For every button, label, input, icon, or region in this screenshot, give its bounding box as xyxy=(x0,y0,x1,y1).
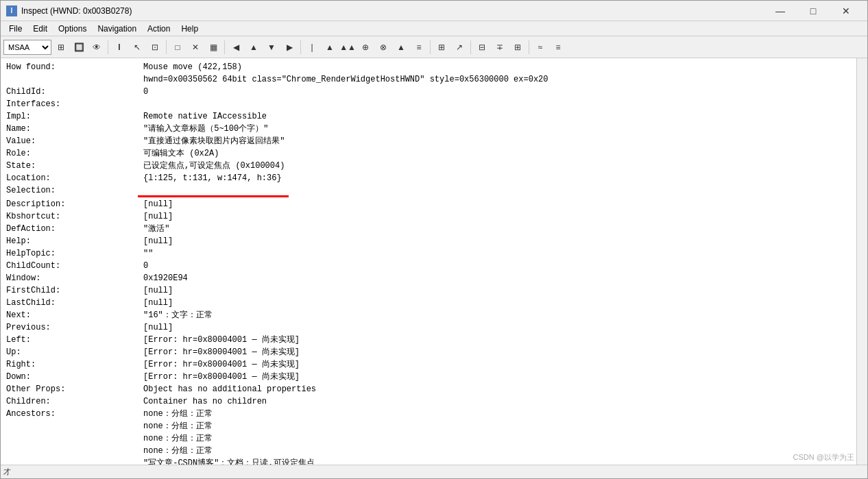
close-button[interactable]: ✕ xyxy=(830,1,862,21)
toolbar-btn-bold[interactable]: I xyxy=(111,40,128,55)
prop-row: State:已设定焦点,可设定焦点 (0x100004) xyxy=(1,160,856,172)
prop-label: Description: xyxy=(6,199,143,210)
prop-row: DefAction:"激活" xyxy=(1,223,856,235)
menu-edit[interactable]: Edit xyxy=(27,23,53,35)
prop-label xyxy=(6,433,143,444)
main-window: I Inspect (HWND: 0x003B0278) — □ ✕ File … xyxy=(0,0,868,479)
toolbar-btn-5[interactable]: ⊡ xyxy=(147,40,163,55)
menu-help[interactable]: Help xyxy=(176,23,204,35)
prop-value: 0 xyxy=(143,260,851,271)
menu-action[interactable]: Action xyxy=(142,23,176,35)
prop-label: Selection: xyxy=(6,185,143,196)
prop-row: Help:[null] xyxy=(1,235,856,247)
toolbar-btn-10[interactable]: ▲ xyxy=(322,40,338,55)
prop-row: Interfaces: xyxy=(1,98,856,110)
prop-label: Right: xyxy=(6,359,143,370)
prop-row: Ancestors:none：分组：正常 xyxy=(1,408,856,420)
prop-label: HelpTopic: xyxy=(6,248,143,259)
prop-label xyxy=(6,421,143,432)
scrollbar[interactable] xyxy=(856,58,867,465)
toolbar-btn-15[interactable]: ≡ xyxy=(411,40,427,55)
prop-label: Name: xyxy=(6,123,143,134)
prop-value: {l:125, t:131, w:1474, h:36} xyxy=(143,173,851,184)
prop-label xyxy=(6,458,143,465)
toolbar-btn-up[interactable]: ▲ xyxy=(245,40,262,55)
prop-label: Kbshortcut: xyxy=(6,211,143,222)
prop-value: 0x1920E94 xyxy=(143,273,851,284)
prop-value: [null] xyxy=(143,297,851,308)
toolbar-btn-3[interactable]: 👁 xyxy=(88,40,105,55)
sep-3 xyxy=(224,40,225,54)
toolbar-btn-1[interactable]: ⊞ xyxy=(53,40,69,55)
prop-value: [Error: hr=0x80004001 — 尚未实现] xyxy=(143,371,851,382)
prop-label: Impl: xyxy=(6,111,143,122)
prop-row: none：分组：正常 xyxy=(1,420,856,432)
prop-value: [null] xyxy=(143,322,851,333)
toolbar-btn-7[interactable]: ✕ xyxy=(187,40,204,55)
prop-row: Other Props:Object has no additional pro… xyxy=(1,383,856,395)
prop-label: Up: xyxy=(6,347,143,358)
menu-navigation[interactable]: Navigation xyxy=(92,23,142,35)
menu-options[interactable]: Options xyxy=(53,23,92,35)
prop-value xyxy=(143,185,851,196)
properties-panel[interactable]: How found:Mouse move (422,158)hwnd=0x003… xyxy=(1,58,856,465)
prop-label: DefAction: xyxy=(6,223,143,234)
toolbar-btn-right[interactable]: ▶ xyxy=(281,40,298,55)
prop-value: none：分组：正常 xyxy=(143,433,851,444)
prop-value xyxy=(143,99,851,110)
toolbar-btn-down[interactable]: ▼ xyxy=(263,40,280,55)
prop-value: [Error: hr=0x80004001 — 尚未实现] xyxy=(143,334,851,345)
toolbar-btn-11[interactable]: ▲▲ xyxy=(339,40,356,55)
prop-label: Value: xyxy=(6,136,143,147)
prop-label: Other Props: xyxy=(6,384,143,395)
title-bar: I Inspect (HWND: 0x003B0278) — □ ✕ xyxy=(1,1,867,21)
toolbar-btn-14[interactable]: ▲ xyxy=(393,40,409,55)
toolbar-btn-12[interactable]: ⊕ xyxy=(357,40,374,55)
toolbar-btn-8[interactable]: ▦ xyxy=(205,40,221,55)
toolbar-btn-cursor[interactable]: ↖ xyxy=(129,40,145,55)
app-icon: I xyxy=(6,5,17,16)
toolbar-btn-19[interactable]: ∓ xyxy=(492,40,508,55)
prop-value: hwnd=0x00350562 64bit class="Chrome_Rend… xyxy=(143,74,851,85)
watermark: CSDN @以学为王 xyxy=(793,452,854,463)
prop-value: [null] xyxy=(143,236,851,247)
maximize-button[interactable]: □ xyxy=(797,1,829,21)
prop-row: Down:[Error: hr=0x80004001 — 尚未实现] xyxy=(1,371,856,383)
prop-row: Name:"请输入文章标题（5~100个字）" xyxy=(1,123,856,135)
toolbar-btn-left[interactable]: ◀ xyxy=(228,40,244,55)
prop-label: Next: xyxy=(6,310,143,321)
prop-value: "直接通过像素块取图片内容返回结果" xyxy=(143,136,851,147)
toolbar: MSAA UIA ⊞ 🔲 👁 I ↖ ⊡ □ ✕ ▦ ◀ ▲ ▼ ▶ | ▲ ▲… xyxy=(1,36,867,58)
toolbar-btn-22[interactable]: ≡ xyxy=(550,40,566,55)
menu-file[interactable]: File xyxy=(3,23,27,35)
prop-row: Left:[Error: hr=0x80004001 — 尚未实现] xyxy=(1,334,856,346)
toolbar-btn-9[interactable]: | xyxy=(304,40,320,55)
toolbar-btn-20[interactable]: ⊞ xyxy=(509,40,526,55)
prop-label: ChildCount: xyxy=(6,260,143,271)
prop-row: Next:"16"：文字：正常 xyxy=(1,309,856,321)
sep-7 xyxy=(529,40,529,54)
prop-row: Right:[Error: hr=0x80004001 — 尚未实现] xyxy=(1,358,856,371)
content-area: How found:Mouse move (422,158)hwnd=0x003… xyxy=(1,58,867,465)
toolbar-btn-13[interactable]: ⊗ xyxy=(375,40,391,55)
prop-row: Window:0x1920E94 xyxy=(1,272,856,284)
toolbar-btn-17[interactable]: ↗ xyxy=(451,40,468,55)
prop-row: HelpTopic:"" xyxy=(1,247,856,260)
toolbar-btn-18[interactable]: ⊟ xyxy=(474,40,490,55)
msaa-combo[interactable]: MSAA UIA xyxy=(3,40,51,55)
toolbar-btn-6[interactable]: □ xyxy=(169,40,186,55)
toolbar-btn-21[interactable]: ≈ xyxy=(532,40,548,55)
prop-value: none：分组：正常 xyxy=(143,408,851,419)
window-controls: — □ ✕ xyxy=(764,1,862,21)
prop-row: Kbshortcut:[null] xyxy=(1,210,856,223)
prop-label: Help: xyxy=(6,236,143,247)
status-bar: 才 xyxy=(1,465,867,478)
minimize-button[interactable]: — xyxy=(764,1,796,21)
toolbar-btn-16[interactable]: ⊞ xyxy=(433,40,450,55)
prop-value: "16"：文字：正常 xyxy=(143,310,851,321)
prop-row: Location:{l:125, t:131, w:1474, h:36} xyxy=(1,172,856,184)
prop-label xyxy=(6,445,143,456)
sep-2 xyxy=(166,40,167,54)
prop-label: State: xyxy=(6,160,143,171)
toolbar-btn-2[interactable]: 🔲 xyxy=(71,40,87,55)
